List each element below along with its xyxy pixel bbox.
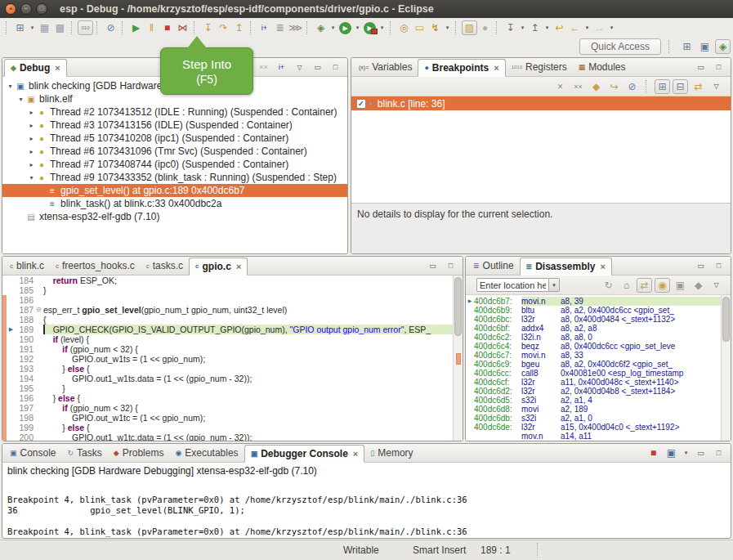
tab-registers[interactable]: 1010Registers — [506, 58, 573, 76]
tree-expander-icon[interactable]: ▸ — [27, 148, 36, 155]
close-icon[interactable]: × — [353, 449, 358, 459]
open-perspective-icon[interactable]: ⊞ — [679, 39, 695, 54]
minimize-icon[interactable]: ▭ — [693, 446, 708, 460]
disassembly-listing[interactable]: ▶400dc6b7:movi.na8, 39400dc6b9:bltua8, a… — [466, 295, 731, 441]
maximize-icon[interactable]: □ — [443, 258, 458, 273]
expand-all-icon[interactable]: ⊞ — [655, 79, 670, 94]
window-close-button[interactable]: × — [5, 3, 16, 15]
build-binary-icon[interactable]: 010 — [78, 20, 93, 35]
instruction-stepping-icon[interactable]: i+ — [257, 20, 272, 35]
previous-annotation-icon[interactable]: ↥ — [527, 20, 543, 35]
external-tools-icon[interactable]: ▶ — [364, 22, 376, 34]
link-with-debug-view-icon[interactable]: ⇄ — [691, 79, 706, 94]
debug-tree-item[interactable]: ≡blink_task() at blink.c:33 0x400dbc2a — [2, 197, 347, 210]
pin-view-icon[interactable]: ◆ — [691, 278, 706, 293]
tab-breakpoints[interactable]: ●Breakpoints× — [418, 59, 505, 77]
tree-expander-icon[interactable]: ▾ — [6, 83, 15, 90]
close-icon[interactable]: × — [601, 262, 606, 271]
skip-all-breakpoints-icon[interactable]: ⊘ — [103, 20, 118, 35]
tab-memory[interactable]: ▯Memory — [364, 444, 418, 462]
debug-tree-item[interactable]: ▸●Thread #2 1073413512 (IDLE : Running) … — [2, 105, 347, 119]
flash-icon[interactable]: ↯ — [427, 20, 443, 35]
last-edit-location-icon[interactable]: ↩ — [552, 20, 567, 35]
tab-modules[interactable]: ▦Modules — [573, 58, 632, 76]
tab-tasks[interactable]: ↻Tasks — [62, 444, 108, 462]
maximize-icon[interactable]: □ — [711, 60, 726, 74]
titlebar[interactable]: × − □ esp - Debug - /home/krzysztof/esp/… — [0, 0, 733, 18]
location-dropdown-icon[interactable]: ▾ — [548, 278, 560, 292]
suspend-icon[interactable]: ‖ — [144, 20, 159, 35]
tab-problems[interactable]: ◆Problems — [108, 444, 170, 462]
tab-gpio-c[interactable]: cgpio.c× — [189, 258, 248, 276]
forward-icon[interactable]: → — [592, 20, 607, 35]
debug-tree-item[interactable]: ▸●Thread #5 1073410208 (ipc1) (Suspended… — [2, 132, 347, 145]
step-into-icon[interactable]: ↧ — [200, 20, 216, 35]
remove-all-breakpoints-icon[interactable]: ×× — [570, 79, 586, 94]
debug-tree-item[interactable]: ▾●Thread #9 1073433352 (blink_task : Run… — [2, 171, 347, 184]
step-return-icon[interactable]: ↥ — [231, 20, 247, 35]
flash-dropdown[interactable]: ▾ — [443, 25, 452, 31]
tree-expander-icon[interactable]: ▾ — [27, 174, 36, 181]
minimize-icon[interactable]: ▭ — [693, 60, 708, 74]
debug-tree-item[interactable]: ▾▣blink.elf — [2, 92, 347, 105]
close-icon[interactable]: × — [236, 262, 241, 271]
refresh-icon[interactable]: ↻ — [601, 278, 616, 293]
fold-minus-icon[interactable]: ⊖ — [36, 305, 43, 315]
location-input[interactable] — [476, 278, 548, 292]
new-wizard-icon[interactable]: ⊞ — [12, 20, 28, 35]
next-annotation-dropdown[interactable]: ▾ — [518, 25, 527, 31]
window-maximize-button[interactable]: □ — [36, 3, 47, 15]
instruction-stepping-mode-icon[interactable]: i+ — [274, 60, 289, 74]
new-cpp-project-icon[interactable]: ◎ — [396, 20, 412, 35]
breakpoint-row[interactable]: ✓●blink.c [line: 36] — [351, 96, 731, 110]
code-editor-area[interactable]: 184 return ESP_OK;185}186187⊖esp_err_t g… — [2, 276, 463, 441]
show-breakpoints-for-icon[interactable]: ◆ — [588, 79, 604, 94]
minimize-icon[interactable]: ▭ — [693, 258, 708, 273]
back-dropdown[interactable]: ▾ — [583, 25, 592, 31]
tree-expander-icon[interactable]: ▸ — [27, 109, 36, 116]
resume-icon[interactable]: ▶ — [128, 20, 144, 35]
close-icon[interactable]: × — [55, 63, 60, 73]
tab-blink-c[interactable]: cblink.c — [4, 257, 50, 275]
tab-debugger-console[interactable]: ▣Debugger Console× — [244, 445, 365, 463]
quick-access-button[interactable]: Quick Access — [579, 38, 661, 55]
debug-tree-item[interactable]: ≡gpio_set_level() at gpio.c:189 0x400dc6… — [2, 184, 347, 197]
open-new-view-icon[interactable]: ▣ — [673, 278, 688, 293]
window-minimize-button[interactable]: − — [20, 3, 32, 15]
tab-variables[interactable]: (x)=Variables — [353, 58, 418, 76]
console-dropdown[interactable]: ▾ — [682, 450, 691, 456]
maximize-icon[interactable]: □ — [328, 60, 343, 74]
view-menu-icon[interactable]: ▽ — [292, 60, 307, 74]
sync-active-context-icon[interactable]: ⇄ — [637, 278, 652, 293]
forward-dropdown[interactable]: ▾ — [607, 25, 616, 31]
terminate-icon[interactable]: ■ — [159, 20, 175, 35]
console-output[interactable]: Breakpoint 4, blink_task (pvParameter=0x… — [2, 479, 731, 538]
checkbox-checked-icon[interactable]: ✓ — [356, 99, 366, 109]
display-selected-console-icon[interactable]: ▣ — [664, 446, 679, 460]
debug-tree-item[interactable]: ▸●Thread #7 1073408744 (ipc0) (Suspended… — [2, 158, 347, 171]
previous-annotation-dropdown[interactable]: ▾ — [543, 25, 552, 31]
debug-tree-item[interactable]: ▸●Thread #6 1073431096 (Tmr Svc) (Suspen… — [2, 145, 347, 158]
tab-debug[interactable]: ◈Debug× — [4, 59, 67, 77]
debug-tree-item[interactable]: ▤xtensa-esp32-elf-gdb (7.10) — [2, 210, 347, 223]
debug-tree-item[interactable]: ▸●Thread #3 1073413156 (IDLE) (Suspended… — [2, 119, 347, 132]
remove-all-terminated-icon[interactable]: ×× — [256, 60, 271, 74]
disconnect-icon[interactable]: ⋈ — [175, 20, 190, 35]
tree-expander-icon[interactable]: ▸ — [27, 161, 36, 168]
view-menu-icon[interactable]: ▽ — [708, 79, 724, 94]
show-full-paths-icon[interactable]: ≣ — [272, 20, 288, 35]
close-icon[interactable]: × — [494, 63, 498, 73]
tab-tasks-c[interactable]: ctasks.c — [141, 257, 189, 275]
tab-freertos-hooks-c[interactable]: cfreertos_hooks.c — [50, 257, 141, 275]
view-menu-icon[interactable]: ▽ — [708, 278, 724, 293]
mark-occurrences-icon[interactable]: ● — [477, 20, 493, 35]
save-icon[interactable]: ▦ — [37, 20, 52, 35]
tree-expander-icon[interactable]: ▸ — [27, 122, 36, 129]
disassembly-scrollbar[interactable] — [721, 295, 731, 441]
tree-expander-icon[interactable]: ▾ — [16, 96, 25, 103]
collapse-all-icon[interactable]: ⊟ — [673, 79, 688, 94]
debug-tree-item[interactable]: ▾▣blink checking [GDB Hardware Debugging… — [2, 79, 347, 92]
cpp-perspective-icon[interactable]: ▣ — [697, 39, 713, 54]
open-resource-icon[interactable]: ▭ — [412, 20, 427, 35]
debug-icon[interactable]: ◈ — [313, 20, 329, 35]
